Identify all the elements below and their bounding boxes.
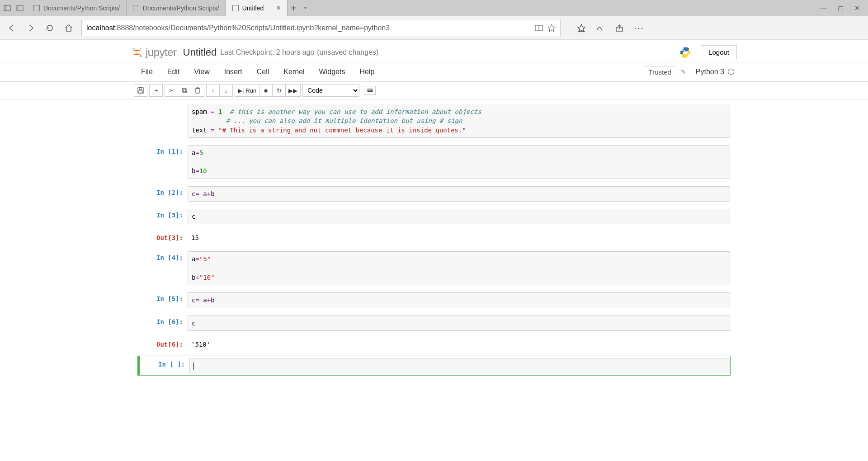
copy-button[interactable] [178, 84, 191, 97]
plus-icon: ＋ [153, 86, 159, 94]
cell-input[interactable]: c= a+b [188, 186, 730, 202]
close-window-button[interactable]: ✕ [854, 5, 860, 12]
add-cell-button[interactable]: ＋ [149, 84, 163, 97]
favorite-star-icon[interactable] [547, 24, 556, 32]
move-down-button[interactable]: ↓ [219, 84, 233, 97]
svg-rect-16 [139, 88, 142, 89]
notebook-scroll[interactable]: spam = 1 # this is another way you can u… [0, 99, 868, 461]
restart-run-all-button[interactable]: ▶▶ [285, 84, 301, 97]
browser-tab-2[interactable]: Documents/Python Scripts/ [127, 0, 226, 16]
pencil-icon[interactable]: ✎ [681, 68, 686, 75]
jupyter-header: jupyter Untitled Last Checkpoint: 2 hour… [0, 40, 868, 62]
reading-view-icon[interactable] [535, 24, 543, 32]
kernel-name[interactable]: Python 3 [691, 68, 734, 76]
notes-icon[interactable] [596, 24, 605, 33]
cell-prompt: In [ ]: [140, 358, 189, 373]
cell-input[interactable]: c [188, 209, 730, 224]
maximize-button[interactable]: ▢ [838, 5, 844, 12]
code-cell-1[interactable]: In [1]: a=5 b=10 [137, 143, 731, 181]
svg-rect-20 [196, 88, 199, 93]
menu-edit[interactable]: Edit [160, 68, 187, 76]
output-prompt: Out[3]: [138, 231, 188, 244]
copy-icon [181, 87, 188, 94]
menu-insert[interactable]: Insert [217, 68, 250, 76]
cell-input[interactable] [189, 358, 730, 373]
cell-input[interactable]: c [188, 315, 730, 331]
cell-type-select[interactable]: Code [302, 84, 359, 97]
output-prompt: Out[6]: [138, 338, 188, 351]
python-logo-icon [679, 46, 692, 59]
menu-view[interactable]: View [187, 68, 217, 76]
run-label: Run [245, 87, 256, 94]
code-cell-5[interactable]: In [5]: c= a+b [137, 290, 731, 310]
forward-button[interactable] [26, 24, 35, 33]
notebook-title[interactable]: Untitled [183, 47, 217, 58]
refresh-button[interactable] [45, 24, 54, 33]
logout-button[interactable]: Logout [701, 45, 737, 59]
browser-chrome: Documents/Python Scripts/ Documents/Pyth… [0, 0, 868, 40]
window-controls: — ▢ ✕ [812, 5, 868, 12]
output-cell-6: Out[6]: '510' [137, 336, 731, 353]
menu-kernel[interactable]: Kernel [276, 68, 311, 76]
favorites-hub-icon[interactable] [577, 24, 586, 33]
output-cell-3: Out[3]: 15 [137, 229, 731, 246]
code-cell-4[interactable]: In [4]: a="5" b="10" [137, 249, 731, 287]
code-cell-6[interactable]: In [6]: c [137, 313, 731, 333]
browser-tab-1[interactable]: Documents/Python Scripts/ [27, 0, 127, 16]
cell-input[interactable]: a="5" b="10" [188, 251, 730, 285]
menu-file[interactable]: File [134, 68, 160, 76]
cell-prompt [138, 104, 188, 138]
paste-button[interactable] [191, 84, 204, 97]
tab-label: Untitled [242, 5, 264, 12]
cell-input[interactable]: spam = 1 # this is another way you can u… [188, 104, 730, 138]
move-up-button[interactable]: ↑ [206, 84, 220, 97]
cell-prompt: In [3]: [138, 209, 188, 224]
toolbar: ＋ ✂ ↑ ↓ ▶| Run ■ ↻ ▶▶ Code ⌨ [131, 82, 737, 99]
nav-buttons [7, 24, 73, 33]
home-button[interactable] [64, 24, 73, 33]
code-cell-partial[interactable]: spam = 1 # this is another way you can u… [137, 102, 731, 140]
address-bar: localhost:8888/notebooks/Documents/Pytho… [0, 16, 868, 40]
page-icon [133, 5, 139, 11]
save-icon [137, 87, 144, 94]
minimize-button[interactable]: — [821, 5, 827, 12]
jupyter-logo-icon [131, 47, 143, 58]
menu-cell[interactable]: Cell [250, 68, 277, 76]
trusted-indicator[interactable]: Trusted [644, 66, 676, 78]
tab-overflow-chevron[interactable] [300, 5, 311, 12]
menu-help[interactable]: Help [352, 68, 382, 76]
menu-widgets[interactable]: Widgets [312, 68, 353, 76]
tab-aside-icon[interactable] [16, 5, 24, 12]
code-cell-3[interactable]: In [3]: c [137, 207, 731, 226]
svg-rect-18 [182, 88, 186, 92]
browser-tab-bar: Documents/Python Scripts/ Documents/Pyth… [0, 0, 868, 16]
scissors-icon: ✂ [169, 87, 174, 94]
cell-input[interactable]: a=5 b=10 [188, 145, 730, 179]
more-menu-icon[interactable]: ··· [634, 23, 644, 33]
url-input[interactable]: localhost:8888/notebooks/Documents/Pytho… [81, 20, 561, 36]
svg-point-10 [133, 48, 134, 49]
back-button[interactable] [7, 24, 16, 33]
svg-point-12 [140, 48, 141, 49]
run-button[interactable]: ▶| Run [235, 84, 259, 97]
move-cell-group: ↑ ↓ [206, 84, 233, 97]
restart-button[interactable]: ↻ [272, 84, 286, 97]
cut-button[interactable]: ✂ [165, 84, 178, 97]
page-icon [232, 5, 239, 11]
browser-tab-3[interactable]: Untitled × [226, 0, 288, 16]
jupyter-logo[interactable]: jupyter [131, 46, 177, 59]
code-cell-empty-selected[interactable]: In [ ]: [137, 356, 731, 376]
cell-prompt: In [4]: [138, 251, 188, 285]
command-palette-button[interactable]: ⌨ [364, 86, 376, 95]
sidebar-toggle-icon[interactable] [4, 5, 11, 12]
tab-label: Documents/Python Scripts/ [43, 5, 120, 12]
code-cell-2[interactable]: In [2]: c= a+b [137, 184, 731, 204]
new-tab-button[interactable]: + [288, 3, 300, 14]
interrupt-button[interactable]: ■ [259, 84, 273, 97]
fast-forward-icon: ▶▶ [288, 87, 297, 94]
save-button[interactable] [134, 84, 147, 97]
cell-input[interactable]: c= a+b [188, 292, 730, 308]
close-tab-icon[interactable]: × [276, 4, 280, 12]
notebook: spam = 1 # this is another way you can u… [131, 102, 737, 387]
share-icon[interactable] [615, 24, 624, 33]
